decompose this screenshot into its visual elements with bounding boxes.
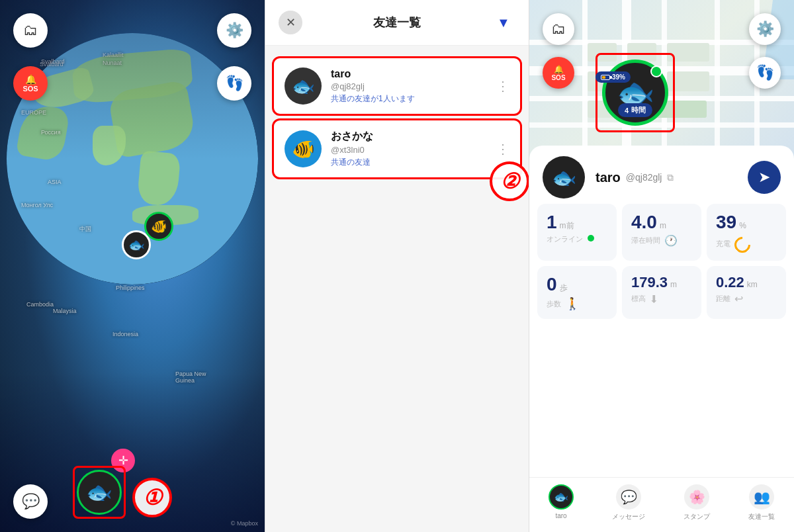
friend-handle-osakana: @xt3lni0	[331, 145, 487, 155]
stat-altitude-label: 標高	[631, 294, 646, 304]
profile-name-section: taro @qj82glj ⧉	[596, 170, 737, 185]
globe-panel: Svalbard Kalaallit Nunaat Svalbard EUROP…	[0, 0, 265, 532]
profile-map-avatar[interactable]: 🐟 4 時間	[602, 60, 668, 126]
nav-friends-icon: 👥	[749, 484, 774, 510]
nav-message-icon: 💬	[616, 484, 641, 510]
filter-icon: ▼	[497, 15, 510, 30]
settings-icon-profile: ⚙️	[756, 21, 774, 38]
stat-online-value-row: 1 m前	[547, 212, 607, 233]
friend-mutual-osakana: 共通の友達	[331, 157, 487, 168]
message-icon: 💬	[621, 489, 637, 505]
profile-name-row: taro @qj82glj ⧉	[596, 170, 737, 185]
elevation-icon: ⬆	[650, 292, 658, 305]
profile-sos-button[interactable]: 🔔 SOS	[543, 57, 574, 89]
friend-item-osakana[interactable]: 🐠 おさかな @xt3lni0 共通の友達 ⋮ ②	[272, 118, 522, 179]
stat-battery-label-row: 充電	[716, 234, 777, 253]
walk-icon: 🚶	[565, 296, 580, 311]
friends-list: 🐟 taro @qj82glj 共通の友達が1人います ⋮ 🐠 おさかな @xt…	[265, 46, 529, 532]
distance-icon: ↩	[734, 292, 743, 305]
filter-button[interactable]: ▼	[492, 11, 515, 34]
annotation-2-container: ②	[490, 161, 529, 201]
battery-icon	[601, 75, 610, 80]
stamp-icon: 🌸	[689, 489, 705, 505]
nav-label-taro: taro	[555, 512, 566, 519]
stat-altitude-label-row: 標高 ⬆	[631, 292, 692, 305]
nav-item-message[interactable]: 💬 メッセージ	[612, 484, 645, 521]
footstep-icon: 👣	[226, 75, 243, 92]
nav-label-friends: 友達一覧	[748, 512, 775, 521]
profile-layers-button[interactable]: 🗂	[543, 13, 574, 45]
footstep-button[interactable]: 👣	[217, 66, 251, 101]
footstep-icon-profile: 👣	[756, 64, 774, 81]
sos-label: SOS	[22, 85, 38, 93]
friend-avatar-taro: 🐟	[285, 67, 322, 105]
more-options-osakana[interactable]: ⋮	[496, 141, 509, 157]
nav-item-friends[interactable]: 👥 友達一覧	[748, 484, 775, 521]
copy-icon[interactable]: ⧉	[667, 172, 674, 183]
stat-steps-value: 0	[547, 274, 557, 295]
nav-label-message: メッセージ	[612, 512, 645, 521]
friends-title: 友達一覧	[302, 15, 492, 30]
stat-time-label-row: 滞在時間 🕐	[631, 234, 692, 247]
sos-button[interactable]: 🔔 SOS	[13, 66, 48, 101]
stat-distance-value: 0.22	[716, 274, 744, 291]
profile-handle: @qj82glj	[626, 172, 662, 183]
friends-panel: ✕ 友達一覧 ▼ 🐟 taro @qj82glj 共通の友達が1人います ⋮ 🐠	[265, 0, 529, 532]
close-icon: ✕	[286, 15, 296, 30]
stat-steps-unit: 歩	[560, 283, 568, 294]
friend-avatar-osakana: 🐠	[285, 130, 322, 167]
stat-online-unit: m前	[560, 220, 574, 232]
chat-button[interactable]: 💬	[13, 484, 48, 519]
profile-content: 🐟 taro @qj82glj ⧉ ➤ 1 m前	[529, 146, 794, 532]
annotation-1-container: ①	[132, 478, 172, 517]
stat-battery-value: 39	[716, 212, 736, 233]
layers-button[interactable]: 🗂	[13, 13, 48, 48]
more-options-taro[interactable]: ⋮	[496, 78, 509, 94]
settings-button[interactable]: ⚙️	[217, 13, 251, 48]
friend-name-osakana: おさかな	[331, 130, 487, 144]
directions-icon: ➤	[758, 169, 770, 186]
stat-altitude-unit: m	[670, 280, 677, 289]
time-badge: 4 時間	[618, 103, 652, 117]
stat-steps-label: 歩数	[547, 299, 561, 309]
stat-steps: 0 歩 歩数 🚶	[537, 266, 617, 319]
profile-map-avatar-box: 🐟 4 時間	[596, 53, 675, 132]
spacer	[529, 324, 794, 351]
layers-icon-profile: 🗂	[551, 21, 566, 38]
friend-mutual-taro: 共通の友達が1人います	[331, 93, 487, 105]
nav-stamp-icon: 🌸	[684, 484, 709, 510]
stat-battery-unit: %	[739, 221, 746, 230]
annotation-1: ①	[132, 478, 172, 517]
profile-settings-button[interactable]: ⚙️	[749, 13, 781, 45]
stat-time-value: 4.0	[631, 212, 657, 233]
stat-altitude-value: 179.3	[631, 274, 668, 291]
stat-battery: 39 % 充電	[707, 204, 786, 261]
stat-distance-value-row: 0.22 km	[716, 274, 777, 291]
stat-distance-label: 距離	[716, 294, 730, 304]
time-value: 4	[625, 107, 629, 114]
online-dot-map	[650, 66, 662, 77]
close-button[interactable]: ✕	[279, 11, 302, 34]
bottom-avatar[interactable]: 🐟	[77, 470, 122, 515]
time-label: 時間	[631, 105, 646, 115]
nav-item-taro[interactable]: 🐟 taro	[549, 484, 574, 521]
online-status-dot	[588, 235, 594, 242]
friend-handle-taro: @qj82glj	[331, 81, 487, 91]
stat-distance-unit: km	[747, 280, 758, 289]
bell-icon-profile: 🔔	[554, 65, 564, 74]
nav-avatar-taro: 🐟	[549, 484, 574, 510]
friend-item-taro[interactable]: 🐟 taro @qj82glj 共通の友達が1人います ⋮	[272, 56, 522, 116]
directions-button[interactable]: ➤	[748, 161, 781, 194]
stat-battery-value-row: 39 %	[716, 212, 777, 233]
nav-item-stamp[interactable]: 🌸 スタンプ	[684, 484, 710, 521]
profile-footstep-button[interactable]: 👣	[749, 57, 781, 89]
friends-list-icon: 👥	[754, 489, 770, 505]
bottom-nav: 🐟 taro 💬 メッセージ 🌸 スタンプ 👥 友達一覧	[529, 477, 794, 532]
stat-stay-time: 4.0 m 滞在時間 🕐	[622, 204, 701, 261]
annotation-2: ②	[490, 161, 529, 201]
profile-avatar-large[interactable]: 🐟	[543, 156, 585, 199]
stat-distance-label-row: 距離 ↩	[716, 292, 777, 305]
battery-value: 39%	[612, 73, 625, 81]
stat-distance: 0.22 km 距離 ↩	[707, 266, 786, 319]
fish-avatar-globe[interactable]: 🐠	[144, 212, 173, 241]
